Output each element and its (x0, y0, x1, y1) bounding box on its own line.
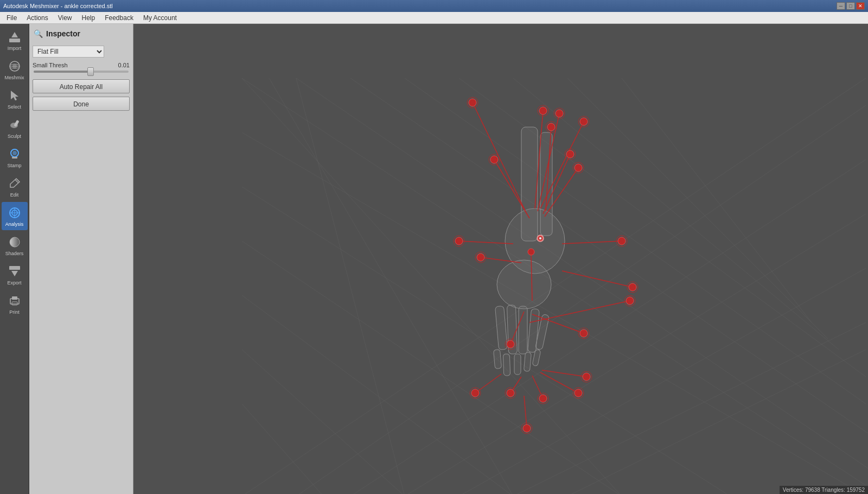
select-icon (7, 88, 22, 103)
fill-mode-row: Flat Fill Smooth Fill Minimal Fill None (33, 46, 130, 58)
thresh-value: 0.01 (118, 62, 130, 68)
svg-point-82 (575, 164, 582, 172)
print-icon (7, 293, 22, 308)
thresh-label: Small Thresh (33, 62, 68, 68)
svg-line-29 (513, 78, 839, 350)
svg-line-96 (562, 271, 633, 287)
sculpt-icon (7, 117, 22, 132)
title-bar: Autodesk Meshmixer - ankle corrected.stl… (0, 0, 868, 12)
svg-rect-19 (9, 266, 20, 270)
svg-rect-61 (540, 132, 552, 236)
svg-point-91 (477, 254, 484, 261)
svg-line-31 (622, 78, 812, 322)
tool-analysis[interactable]: Analysis (2, 202, 28, 230)
tool-sidebar: Import Meshmix Select Sculpt Stamp (0, 24, 29, 494)
tool-stamp[interactable]: Stamp (2, 143, 28, 172)
svg-line-122 (542, 370, 586, 377)
svg-point-18 (10, 237, 20, 247)
svg-line-36 (242, 350, 405, 494)
minimize-button[interactable]: ─ (837, 2, 845, 10)
tool-meshmix-label: Meshmix (4, 75, 24, 80)
svg-point-79 (566, 150, 574, 158)
svg-line-110 (475, 374, 501, 393)
svg-point-120 (575, 389, 582, 397)
svg-point-114 (507, 389, 514, 397)
svg-line-34 (242, 241, 622, 494)
svg-point-123 (583, 373, 590, 381)
svg-rect-22 (12, 296, 17, 300)
svg-marker-6 (11, 91, 18, 100)
menu-bar: File Actions View Help Feedback My Accou… (0, 12, 868, 24)
window-title: Autodesk Meshmixer - ankle corrected.stl (3, 3, 113, 9)
status-text: Vertices: 79638 Triangles: 159752 (783, 487, 865, 493)
tool-shaders[interactable]: Shaders (2, 231, 28, 259)
edit-icon (7, 176, 22, 191)
tool-export[interactable]: Export (2, 261, 28, 289)
svg-rect-58 (524, 352, 531, 372)
auto-repair-button[interactable]: Auto Repair All (33, 79, 130, 93)
menu-myaccount[interactable]: My Account (139, 13, 181, 23)
maximize-button[interactable]: □ (846, 2, 855, 10)
done-button[interactable]: Done (33, 97, 130, 111)
grid-background (133, 24, 868, 494)
svg-point-64 (470, 100, 475, 105)
svg-line-43 (513, 322, 866, 494)
svg-point-49 (497, 260, 551, 309)
meshmix-icon (7, 59, 22, 74)
svg-rect-57 (514, 354, 521, 375)
tool-import[interactable]: Import (2, 26, 28, 54)
tool-edit-label: Edit (10, 192, 19, 198)
close-button[interactable]: ✕ (856, 2, 865, 10)
tool-export-label: Export (7, 280, 21, 286)
svg-marker-20 (11, 271, 18, 276)
menu-help[interactable]: Help (78, 13, 100, 23)
slider-thumb[interactable] (87, 67, 94, 76)
viewport[interactable]: Vertices: 79638 Triangles: 159752 (133, 24, 868, 494)
tool-stamp-label: Stamp (7, 163, 21, 168)
tool-analysis-label: Analysis (5, 221, 24, 227)
svg-line-37 (242, 404, 323, 494)
svg-line-119 (540, 372, 578, 393)
svg-point-97 (629, 283, 636, 291)
svg-point-117 (539, 395, 547, 402)
svg-line-33 (242, 187, 730, 494)
svg-line-41 (405, 214, 866, 494)
export-icon (7, 264, 22, 279)
svg-rect-55 (494, 350, 502, 369)
tool-meshmix[interactable]: Meshmix (2, 55, 28, 84)
svg-line-93 (562, 241, 622, 244)
menu-feedback[interactable]: Feedback (100, 13, 138, 23)
svg-point-10 (12, 151, 17, 155)
inspector-header: 🔍 Inspector (33, 27, 130, 40)
main-layout: Import Meshmix Select Sculpt Stamp (0, 24, 868, 494)
svg-line-38 (242, 78, 866, 494)
menu-actions[interactable]: Actions (22, 13, 52, 23)
svg-point-129 (528, 249, 534, 255)
slider-track (34, 71, 129, 73)
svg-point-102 (507, 340, 514, 348)
svg-line-44 (567, 350, 866, 494)
fill-mode-dropdown-wrapper[interactable]: Flat Fill Smooth Fill Minimal Fill None (33, 46, 104, 58)
svg-line-25 (296, 78, 868, 485)
svg-point-70 (556, 110, 563, 117)
svg-rect-0 (9, 39, 20, 42)
menu-view[interactable]: View (54, 13, 76, 23)
thresh-slider[interactable] (33, 71, 130, 73)
svg-line-47 (296, 78, 405, 494)
svg-marker-1 (11, 32, 18, 37)
svg-rect-50 (495, 306, 508, 350)
tool-edit[interactable]: Edit (2, 173, 28, 201)
tool-sculpt[interactable]: Sculpt (2, 114, 28, 142)
tool-select-label: Select (8, 104, 21, 110)
svg-point-67 (539, 107, 547, 115)
menu-file[interactable]: File (2, 13, 21, 23)
fill-mode-select[interactable]: Flat Fill Smooth Fill Minimal Fill None (33, 46, 104, 58)
tool-print[interactable]: Print (2, 290, 28, 318)
svg-point-105 (580, 330, 588, 337)
svg-point-73 (580, 118, 588, 125)
svg-point-126 (523, 425, 531, 432)
tool-select[interactable]: Select (2, 85, 28, 113)
svg-rect-23 (12, 302, 17, 305)
svg-rect-11 (12, 157, 17, 159)
svg-line-32 (242, 132, 866, 494)
